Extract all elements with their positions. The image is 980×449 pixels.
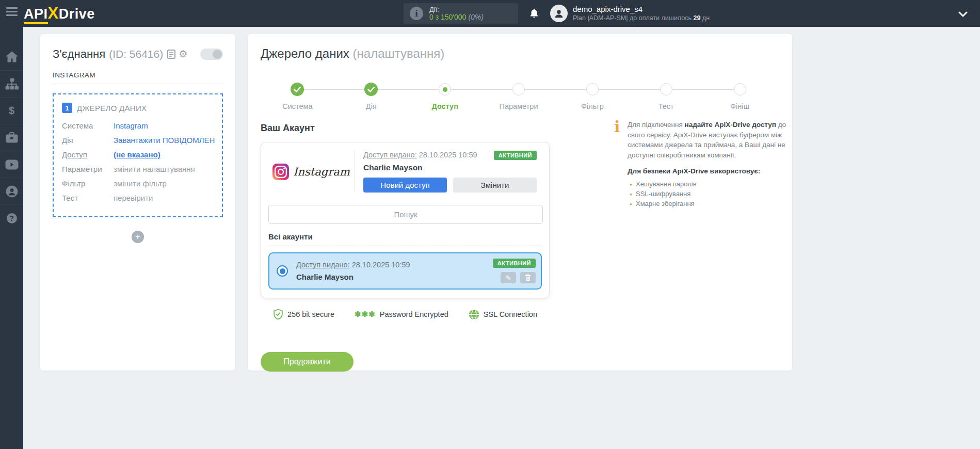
connections-icon (5, 78, 19, 90)
status-badge: АКТИВНИЙ (493, 259, 536, 268)
counter-label: Дії: (429, 6, 484, 13)
services-icon (6, 132, 18, 143)
instagram-wordmark: Instagram (293, 166, 349, 178)
data-source-block: 1 ДЖЕРЕЛО ДАНИХ Система Instagram Дія За… (53, 93, 223, 217)
source-row-access: Доступ (не вказано) (62, 149, 215, 160)
info-security-heading: Для безпеки ApiX-Drive використовує: (614, 167, 789, 175)
ssl-connection-badge: SSL Connection (469, 309, 537, 320)
info-icon: i (410, 7, 423, 20)
step-finish[interactable]: Фініш (703, 83, 777, 110)
home-icon (6, 51, 18, 62)
system-link[interactable]: Instagram (114, 120, 215, 131)
sidebar-item-video[interactable] (0, 151, 23, 178)
account-name: Charlie Mayson (363, 163, 537, 172)
hamburger-menu-icon[interactable] (6, 7, 18, 20)
video-icon (5, 159, 19, 170)
sidebar-item-home[interactable] (0, 43, 23, 70)
status-badge: АКТИВНИЙ (494, 151, 537, 160)
add-step-button[interactable]: + (132, 231, 144, 243)
security-badges-row: 256 bit secure ✱✱✱ Password Encrypted SS… (261, 309, 550, 320)
page-title: Джерело даних (налаштування) (261, 46, 779, 61)
check-icon (291, 83, 304, 96)
list-item: Хешування паролів (630, 179, 789, 189)
connection-system-label: INSTAGRAM (53, 71, 223, 84)
pending-step-icon (512, 83, 525, 95)
sidebar-item-connections[interactable] (0, 70, 23, 97)
change-button[interactable]: Змінити (453, 178, 537, 193)
note-icon[interactable] (167, 50, 175, 59)
account-list-item-selected[interactable]: Доступ видано: 28.10.2025 10:59 Charlie … (268, 252, 542, 290)
app-logo[interactable]: APIXDrive (24, 4, 95, 23)
account-card: Instagram Доступ видано: 28.10.2025 10:5… (261, 142, 550, 298)
top-header: APIXDrive i Дії: 0 з 150'000(0%) demo_ap… (0, 0, 980, 27)
instagram-logo: Instagram (267, 151, 355, 193)
delete-trash-icon[interactable] (520, 272, 536, 283)
shield-check-icon (273, 309, 283, 320)
source-block-title: ДЖЕРЕЛО ДАНИХ (77, 104, 147, 113)
step-system[interactable]: Система (261, 83, 334, 110)
progress-stepper: Система Дія Доступ Параметри Фільтр Тест… (261, 83, 777, 110)
parameters-link[interactable]: змінити налаштування (114, 164, 215, 174)
instagram-camera-icon (272, 163, 290, 181)
connection-id: (ID: 56416) (109, 48, 163, 60)
step-access[interactable]: Доступ (408, 83, 482, 110)
access-issued-line: Доступ видано: 28.10.2025 10:59 (296, 261, 410, 269)
list-item: SSL-шифрування (630, 189, 789, 199)
pending-step-icon (586, 83, 599, 95)
continue-button[interactable]: Продовжити (261, 352, 354, 372)
chevron-down-icon[interactable] (958, 10, 968, 20)
source-row-parameters: Параметри змінити налаштування (62, 164, 215, 174)
connection-title: З'єднання (53, 47, 105, 61)
asterisks-icon: ✱✱✱ (355, 312, 376, 316)
globe-icon (469, 309, 479, 320)
sidebar-item-billing[interactable]: $ (0, 97, 23, 124)
sidebar-item-services[interactable] (0, 124, 23, 151)
source-row-action: Дія Завантажити ПОВІДОМЛЕН (62, 135, 215, 146)
info-icon: i (614, 120, 628, 160)
notifications-bell-icon[interactable] (528, 7, 540, 22)
info-paragraph: Для підключення надайте ApiX-Drive досту… (628, 120, 789, 160)
user-plan: Plan |ADM-AP-SM| до оплати лишилось 29 д… (573, 14, 710, 23)
step-parameters[interactable]: Параметри (482, 83, 556, 110)
actions-counter: i Дії: 0 з 150'000(0%) (404, 3, 518, 24)
active-step-icon (439, 83, 451, 95)
left-sidebar: $ ? (0, 27, 23, 449)
secure-badge: 256 bit secure (273, 309, 334, 320)
billing-icon: $ (9, 105, 14, 117)
main-panel: Джерело даних (налаштування) Система Дія… (248, 34, 792, 371)
access-issued-line: Доступ видано: 28.10.2025 10:59 (363, 151, 477, 159)
new-access-button[interactable]: Новий доступ (363, 178, 447, 193)
pending-step-icon (734, 83, 746, 95)
radio-selected-icon[interactable] (277, 265, 288, 277)
sidebar-item-help[interactable]: ? (0, 204, 23, 231)
connection-panel: З'єднання (ID: 56416) ⚙ INSTAGRAM 1 ДЖЕР… (40, 34, 235, 371)
step-filter[interactable]: Фільтр (555, 83, 629, 110)
access-link[interactable]: (не вказано) (114, 149, 215, 160)
test-link[interactable]: перевірити (114, 193, 215, 203)
connection-enabled-toggle[interactable] (200, 49, 223, 60)
source-row-test: Тест перевірити (62, 193, 215, 203)
sidebar-item-account[interactable] (0, 178, 23, 204)
action-link[interactable]: Завантажити ПОВІДОМЛЕН (114, 135, 215, 146)
source-row-system: Система Instagram (62, 120, 215, 131)
all-accounts-label: Всі акаунти (268, 232, 542, 246)
list-item: Хмарне зберігання (630, 199, 789, 209)
check-icon (364, 83, 378, 96)
edit-pencil-icon[interactable]: ✎ (501, 272, 516, 283)
account-icon (6, 185, 18, 198)
password-encrypted-badge: ✱✱✱ Password Encrypted (355, 310, 448, 318)
help-icon: ? (7, 213, 17, 223)
source-row-filter: Фільтр змінити фільтр (62, 178, 215, 189)
info-bullet-list: Хешування паролів SSL-шифрування Хмарне … (614, 179, 789, 209)
user-menu[interactable]: demo_apix-drive_s4 Plan |ADM-AP-SM| до о… (573, 4, 710, 23)
gear-icon[interactable]: ⚙ (179, 49, 187, 59)
search-input[interactable] (268, 205, 543, 224)
step-action[interactable]: Дія (334, 83, 408, 110)
pending-step-icon (660, 83, 672, 95)
source-number-badge: 1 (62, 103, 72, 113)
user-avatar[interactable] (550, 5, 568, 22)
filter-link[interactable]: змінити фільтр (114, 178, 215, 189)
step-test[interactable]: Тест (629, 83, 703, 110)
info-panel: i Для підключення надайте ApiX-Drive дос… (614, 120, 789, 209)
account-name: Charlie Mayson (296, 272, 410, 281)
